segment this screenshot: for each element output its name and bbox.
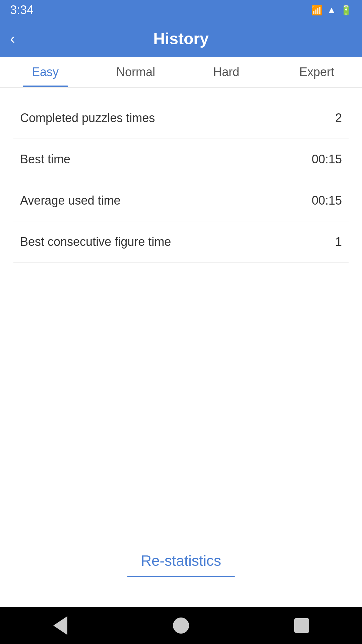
signal-icon: ▲ xyxy=(327,5,336,15)
re-statistics-button[interactable]: Re-statistics xyxy=(127,546,235,577)
nav-recent-button[interactable] xyxy=(288,612,315,639)
stat-row-best-time: Best time 00:15 xyxy=(13,139,349,180)
nav-home-icon xyxy=(173,618,189,634)
stat-label-completed: Completed puzzles times xyxy=(20,111,155,125)
status-icons: 📶 ▲ 🔋 xyxy=(311,5,352,16)
app-bar-title: History xyxy=(153,30,208,48)
tab-hard[interactable]: Hard xyxy=(181,57,272,87)
tab-bar: Easy Normal Hard Expert xyxy=(0,57,362,88)
re-statistics-area: Re-statistics xyxy=(13,546,349,597)
stat-value-consecutive: 1 xyxy=(335,235,342,249)
app-bar: ‹ History xyxy=(0,20,362,57)
back-button[interactable]: ‹ xyxy=(10,31,15,46)
tab-expert[interactable]: Expert xyxy=(272,57,362,87)
stat-value-best-time: 00:15 xyxy=(312,152,342,166)
status-bar: 3:34 📶 ▲ 🔋 xyxy=(0,0,362,20)
stat-row-completed: Completed puzzles times 2 xyxy=(13,98,349,139)
stat-label-average-time: Average used time xyxy=(20,194,121,208)
stat-row-average-time: Average used time 00:15 xyxy=(13,180,349,221)
tab-easy[interactable]: Easy xyxy=(0,57,90,87)
stat-value-completed: 2 xyxy=(335,111,342,125)
wifi-icon: 📶 xyxy=(311,5,323,16)
stat-row-consecutive: Best consecutive figure time 1 xyxy=(13,221,349,263)
navigation-bar xyxy=(0,607,362,644)
battery-icon: 🔋 xyxy=(340,5,352,16)
tab-normal[interactable]: Normal xyxy=(90,57,181,87)
stat-value-average-time: 00:15 xyxy=(312,194,342,208)
nav-back-button[interactable] xyxy=(47,612,74,639)
content-area: Completed puzzles times 2 Best time 00:1… xyxy=(0,88,362,607)
status-time: 3:34 xyxy=(10,3,34,17)
nav-home-button[interactable] xyxy=(168,612,194,639)
nav-back-icon xyxy=(53,616,67,635)
stat-label-consecutive: Best consecutive figure time xyxy=(20,235,171,249)
nav-recent-icon xyxy=(294,618,309,633)
stat-label-best-time: Best time xyxy=(20,152,70,166)
